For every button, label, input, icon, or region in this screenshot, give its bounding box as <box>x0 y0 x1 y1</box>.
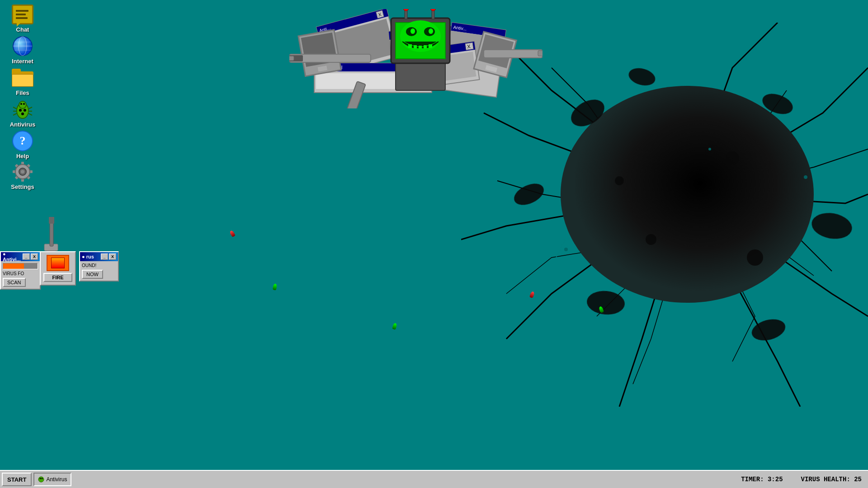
desktop-icon-internet[interactable]: Internet <box>5 35 41 65</box>
svg-point-29 <box>561 86 814 303</box>
svg-point-35 <box>511 179 547 209</box>
svg-rect-53 <box>442 27 449 34</box>
svg-text:X: X <box>467 43 471 49</box>
svg-rect-87 <box>414 45 417 48</box>
antivirus-icon-label: Antivirus <box>10 121 35 128</box>
svg-point-81 <box>400 20 441 52</box>
svg-point-40 <box>615 176 624 185</box>
antivirus-window-2: ● rus _ X OUND! NOW <box>79 251 119 282</box>
svg-rect-89 <box>424 45 427 48</box>
svg-text:Setti...: Setti... <box>391 32 404 38</box>
window-close-1[interactable]: X <box>31 253 38 260</box>
svg-rect-107 <box>49 217 54 224</box>
svg-point-85 <box>429 28 433 34</box>
svg-rect-91 <box>405 9 407 19</box>
svg-point-10 <box>24 109 26 112</box>
svg-rect-97 <box>289 56 294 61</box>
window-titlebar-1: ● Antivi... _ X <box>1 252 40 261</box>
svg-rect-77 <box>485 65 497 72</box>
desktop-icon-chat[interactable]: Chat <box>5 4 41 33</box>
svg-point-83 <box>424 27 435 36</box>
progress-bar-1 <box>3 263 24 269</box>
window-minimize-2[interactable]: _ <box>101 253 108 260</box>
desktop-icon-help[interactable]: ? Help <box>5 130 41 160</box>
svg-point-43 <box>708 148 711 150</box>
svg-rect-79 <box>391 18 450 63</box>
svg-rect-57 <box>451 23 505 38</box>
svg-point-33 <box>750 316 788 344</box>
timer-display: TIMER: 3:25 <box>741 476 783 483</box>
desktop-icon-files[interactable]: Files <box>5 67 41 96</box>
bullet-green-2 <box>392 323 397 330</box>
svg-text:● TUTGLOBI: ● TUTGLOBI <box>316 65 343 70</box>
svg-rect-62 <box>314 63 432 71</box>
desktop: Chat Internet <box>0 0 868 470</box>
start-button[interactable]: START <box>2 473 32 486</box>
window-minimize-1[interactable]: _ <box>23 253 30 260</box>
svg-rect-90 <box>429 44 432 48</box>
svg-rect-99 <box>484 50 542 58</box>
taskbar-antivirus-icon <box>38 476 44 483</box>
svg-point-9 <box>19 109 22 112</box>
fire-indicator <box>47 255 69 271</box>
fire-button[interactable]: FIRE <box>43 273 72 282</box>
window-titlebar-2: ● rus _ X <box>80 252 118 261</box>
fire-window-content: FIRE <box>41 252 75 285</box>
chat-icon <box>12 4 33 25</box>
svg-rect-74 <box>318 66 327 71</box>
svg-rect-105 <box>44 244 58 251</box>
virus-boss: Anti... X Setti... X Wallpa... <box>289 9 542 104</box>
svg-line-14 <box>13 113 17 115</box>
svg-rect-67 <box>416 42 480 88</box>
svg-rect-45 <box>316 9 388 35</box>
svg-point-7 <box>20 103 22 105</box>
svg-rect-68 <box>416 42 475 58</box>
window-content-1: VIRUS FO SCAN <box>1 261 40 289</box>
files-icon-label: Files <box>16 89 29 96</box>
svg-line-17 <box>28 113 32 115</box>
svg-point-108 <box>38 477 44 482</box>
virus-health-display: VIRUS HEALTH: 25 <box>801 476 862 483</box>
svg-point-92 <box>403 9 409 11</box>
svg-point-31 <box>760 90 795 118</box>
svg-rect-106 <box>50 217 53 246</box>
window-close-2[interactable]: X <box>109 253 116 260</box>
svg-rect-44 <box>316 9 399 75</box>
svg-text:SCAN: SCAN <box>448 60 460 66</box>
svg-text:Wallpa...: Wallpa... <box>393 42 409 48</box>
svg-rect-49 <box>321 19 396 71</box>
window-title-buttons-1: _ X <box>23 253 38 260</box>
help-icon: ? <box>12 130 33 152</box>
timer-value: 3:25 <box>768 476 783 483</box>
svg-rect-96 <box>289 55 303 61</box>
bullet-red-2 <box>529 291 535 298</box>
fire-visual <box>51 258 65 268</box>
svg-rect-93 <box>432 9 434 19</box>
game-area: Anti... X Setti... X Wallpa... <box>0 0 868 470</box>
svg-rect-72 <box>298 30 341 76</box>
svg-rect-102 <box>345 81 366 108</box>
window-content-2: OUND! NOW <box>80 261 118 281</box>
now-button[interactable]: NOW <box>82 270 103 279</box>
chat-icon-label: Chat <box>16 26 29 33</box>
svg-line-12 <box>13 107 17 109</box>
progress-container-1 <box>3 263 38 269</box>
svg-rect-88 <box>419 46 422 48</box>
svg-text:Anti...: Anti... <box>319 25 331 33</box>
bullet-green-3 <box>599 306 604 313</box>
desktop-icon-antivirus[interactable]: Antivirus <box>5 99 41 128</box>
svg-point-41 <box>564 248 568 251</box>
svg-text:X: X <box>443 28 447 34</box>
scan-button[interactable]: SCAN <box>3 278 26 287</box>
desktop-icon-settings[interactable]: Settings <box>5 161 41 190</box>
taskbar-antivirus[interactable]: Antivirus <box>33 473 71 486</box>
globe-icon <box>12 35 33 57</box>
internet-icon-label: Internet <box>12 58 33 65</box>
svg-rect-47 <box>376 10 384 18</box>
svg-rect-64 <box>422 64 429 70</box>
svg-rect-76 <box>478 34 514 68</box>
svg-rect-59 <box>447 31 505 65</box>
taskbar-status: TIMER: 3:25 VIRUS HEALTH: 25 <box>741 476 866 483</box>
svg-rect-86 <box>408 44 412 48</box>
virus-corruption <box>461 23 868 407</box>
